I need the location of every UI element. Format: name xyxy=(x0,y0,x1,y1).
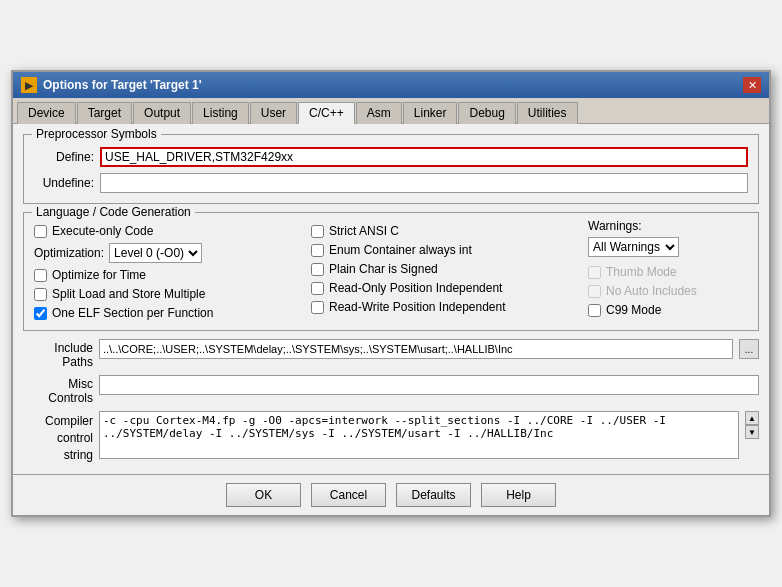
read-write-checkbox[interactable] xyxy=(311,301,324,314)
misc-controls-row: MiscControls xyxy=(23,375,759,405)
title-bar-left: ▶ Options for Target 'Target 1' xyxy=(21,77,202,93)
define-label: Define: xyxy=(34,150,94,164)
compiler-string-textarea[interactable]: -c -cpu Cortex-M4.fp -g -O0 -apcs=interw… xyxy=(99,411,739,459)
no-auto-includes-checkbox[interactable] xyxy=(588,285,601,298)
one-elf-checkbox[interactable] xyxy=(34,307,47,320)
tab-debug[interactable]: Debug xyxy=(458,102,515,124)
enum-container-checkbox[interactable] xyxy=(311,244,324,257)
lang-columns: Execute-only Code Optimization: Level 0 … xyxy=(34,219,748,320)
plain-char-checkbox[interactable] xyxy=(311,263,324,276)
enum-container-row: Enum Container always int xyxy=(311,243,578,257)
tab-asm[interactable]: Asm xyxy=(356,102,402,124)
execute-only-row: Execute-only Code xyxy=(34,224,301,238)
execute-only-checkbox[interactable] xyxy=(34,225,47,238)
lang-col-left: Execute-only Code Optimization: Level 0 … xyxy=(34,219,301,320)
language-group-label: Language / Code Generation xyxy=(32,205,195,219)
lang-col-middle: Strict ANSI C Enum Container always int … xyxy=(311,219,578,320)
bottom-bar: OK Cancel Defaults Help xyxy=(13,474,769,515)
scroll-up-button[interactable]: ▲ xyxy=(745,411,759,425)
tab-output[interactable]: Output xyxy=(133,102,191,124)
compiler-scrollbar: ▲ ▼ xyxy=(745,411,759,439)
browse-include-button[interactable]: ... xyxy=(739,339,759,359)
read-write-label: Read-Write Position Independent xyxy=(329,300,506,314)
tab-device[interactable]: Device xyxy=(17,102,76,124)
read-write-row: Read-Write Position Independent xyxy=(311,300,578,314)
tab-user[interactable]: User xyxy=(250,102,297,124)
include-paths-input[interactable] xyxy=(99,339,733,359)
strict-ansi-label: Strict ANSI C xyxy=(329,224,399,238)
c99-mode-row: C99 Mode xyxy=(588,303,748,317)
cancel-button[interactable]: Cancel xyxy=(311,483,386,507)
undefine-row: Undefine: xyxy=(34,173,748,193)
one-elf-row: One ELF Section per Function xyxy=(34,306,301,320)
scroll-down-button[interactable]: ▼ xyxy=(745,425,759,439)
c99-mode-checkbox[interactable] xyxy=(588,304,601,317)
plain-char-row: Plain Char is Signed xyxy=(311,262,578,276)
read-only-row: Read-Only Position Independent xyxy=(311,281,578,295)
tabs-bar: Device Target Output Listing User C/C++ … xyxy=(13,98,769,124)
enum-container-label: Enum Container always int xyxy=(329,243,472,257)
thumb-mode-row: Thumb Mode xyxy=(588,265,748,279)
optimize-time-label: Optimize for Time xyxy=(52,268,146,282)
content-area: Preprocessor Symbols Define: Undefine: L… xyxy=(13,124,769,473)
defaults-button[interactable]: Defaults xyxy=(396,483,471,507)
app-icon: ▶ xyxy=(21,77,37,93)
preprocessor-group-label: Preprocessor Symbols xyxy=(32,127,161,141)
strict-ansi-row: Strict ANSI C xyxy=(311,224,578,238)
help-button[interactable]: Help xyxy=(481,483,556,507)
no-auto-includes-row: No Auto Includes xyxy=(588,284,748,298)
execute-only-label: Execute-only Code xyxy=(52,224,153,238)
optimization-select[interactable]: Level 0 (-O0) Level 1 (-O1) Level 2 (-O2… xyxy=(109,243,202,263)
title-bar: ▶ Options for Target 'Target 1' ✕ xyxy=(13,72,769,98)
misc-controls-input[interactable] xyxy=(99,375,759,395)
undefine-label: Undefine: xyxy=(34,176,94,190)
dialog-window: ▶ Options for Target 'Target 1' ✕ Device… xyxy=(11,70,771,516)
split-load-row: Split Load and Store Multiple xyxy=(34,287,301,301)
tab-cpp[interactable]: C/C++ xyxy=(298,102,355,124)
close-button[interactable]: ✕ xyxy=(743,77,761,93)
one-elf-label: One ELF Section per Function xyxy=(52,306,213,320)
plain-char-label: Plain Char is Signed xyxy=(329,262,438,276)
no-auto-includes-label: No Auto Includes xyxy=(606,284,697,298)
optimization-label: Optimization: xyxy=(34,246,104,260)
tab-listing[interactable]: Listing xyxy=(192,102,249,124)
optimize-time-row: Optimize for Time xyxy=(34,268,301,282)
undefine-input[interactable] xyxy=(100,173,748,193)
split-load-label: Split Load and Store Multiple xyxy=(52,287,205,301)
tab-linker[interactable]: Linker xyxy=(403,102,458,124)
split-load-checkbox[interactable] xyxy=(34,288,47,301)
warnings-select[interactable]: All Warnings No Warnings Unspecified xyxy=(588,237,679,257)
language-group: Language / Code Generation Execute-only … xyxy=(23,212,759,331)
read-only-label: Read-Only Position Independent xyxy=(329,281,502,295)
tab-utilities[interactable]: Utilities xyxy=(517,102,578,124)
include-paths-label: IncludePaths xyxy=(23,339,93,369)
c99-mode-label: C99 Mode xyxy=(606,303,661,317)
window-title: Options for Target 'Target 1' xyxy=(43,78,202,92)
define-row: Define: xyxy=(34,147,748,167)
include-paths-row: IncludePaths ... xyxy=(23,339,759,369)
ok-button[interactable]: OK xyxy=(226,483,301,507)
define-input[interactable] xyxy=(100,147,748,167)
optimize-time-checkbox[interactable] xyxy=(34,269,47,282)
compiler-string-label: Compilercontrolstring xyxy=(23,411,93,463)
warnings-label: Warnings: xyxy=(588,219,642,233)
thumb-mode-label: Thumb Mode xyxy=(606,265,677,279)
compiler-string-row: Compilercontrolstring -c -cpu Cortex-M4.… xyxy=(23,411,759,463)
optimization-row: Optimization: Level 0 (-O0) Level 1 (-O1… xyxy=(34,243,301,263)
tab-target[interactable]: Target xyxy=(77,102,132,124)
read-only-checkbox[interactable] xyxy=(311,282,324,295)
preprocessor-group: Preprocessor Symbols Define: Undefine: xyxy=(23,134,759,204)
strict-ansi-checkbox[interactable] xyxy=(311,225,324,238)
lang-col-warnings: Warnings: All Warnings No Warnings Unspe… xyxy=(588,219,748,320)
thumb-mode-checkbox[interactable] xyxy=(588,266,601,279)
misc-controls-label: MiscControls xyxy=(23,375,93,405)
